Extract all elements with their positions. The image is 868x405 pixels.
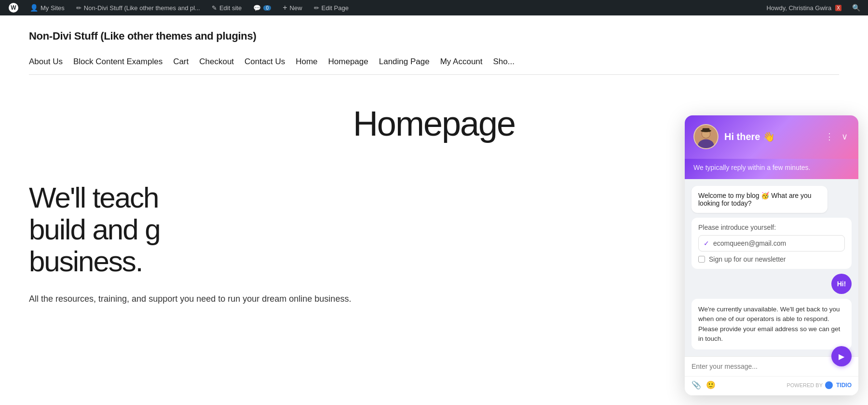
admin-bar: W 👤 My Sites ✏ Non-Divi Stuff (Like othe… bbox=[0, 0, 868, 15]
site-title-link[interactable]: ✏ Non-Divi Stuff (Like other themes and … bbox=[71, 0, 205, 15]
check-icon: ✓ bbox=[704, 239, 709, 247]
my-sites-menu[interactable]: 👤 My Sites bbox=[25, 0, 69, 15]
site-title[interactable]: Non-Divi Stuff (Like other themes and pl… bbox=[29, 30, 839, 42]
plus-icon: + bbox=[283, 3, 287, 12]
email-field[interactable]: ✓ ecomqueen@gmail.com bbox=[698, 235, 845, 251]
message-input[interactable] bbox=[692, 363, 852, 370]
intro-section: Please introduce yourself: ✓ ecomqueen@g… bbox=[692, 218, 852, 269]
newsletter-checkbox[interactable]: Sign up for our newsletter bbox=[698, 255, 845, 263]
admin-bar-right: Howdy, Christina Gwira X 🔍 bbox=[761, 0, 864, 15]
welcome-message: Welcome to my blog 🥳 What are you lookin… bbox=[692, 186, 827, 213]
comments-link[interactable]: 💬 0 bbox=[248, 0, 276, 15]
nav-about-us[interactable]: About Us bbox=[29, 57, 73, 67]
svg-point-6 bbox=[825, 381, 833, 389]
checkbox-icon bbox=[698, 256, 705, 263]
send-button[interactable]: ▶ bbox=[831, 346, 852, 366]
tidio-text: TIDIO bbox=[836, 382, 852, 389]
chat-footer: 📎 🙂 POWERED BY TIDIO bbox=[685, 376, 858, 395]
chat-collapse-button[interactable]: ∨ bbox=[840, 129, 850, 144]
hi-button[interactable]: Hi! bbox=[831, 274, 852, 294]
pencil-circle-icon: ✏ bbox=[76, 4, 81, 12]
main-navigation: About Us Block Content Examples Cart Che… bbox=[29, 57, 839, 75]
nav-shop[interactable]: Sho... bbox=[493, 57, 525, 67]
chat-body: Welcome to my blog 🥳 What are you lookin… bbox=[685, 179, 858, 356]
edit-page-link[interactable]: ✏ Edit Page bbox=[309, 0, 353, 15]
chat-greeting: Hi there 👋 bbox=[724, 131, 817, 142]
svg-rect-5 bbox=[703, 128, 710, 131]
nav-cart[interactable]: Cart bbox=[173, 57, 199, 67]
admin-search-icon[interactable]: 🔍 bbox=[848, 4, 864, 12]
chat-header-text: Hi there 👋 bbox=[724, 131, 817, 142]
nav-checkout[interactable]: Checkout bbox=[199, 57, 244, 67]
tidio-logo bbox=[825, 381, 834, 389]
divi-icon: ✎ bbox=[212, 4, 217, 12]
hero-subtext: All the resources, training, and support… bbox=[29, 292, 366, 306]
edit-icon: ✏ bbox=[314, 4, 319, 12]
send-icon: ▶ bbox=[839, 352, 844, 361]
x-badge: X bbox=[835, 5, 841, 11]
person-icon: 👤 bbox=[30, 4, 38, 12]
nav-home[interactable]: Home bbox=[296, 57, 328, 67]
attach-icon[interactable]: 📎 bbox=[692, 380, 701, 390]
chat-menu-button[interactable]: ⋮ bbox=[823, 129, 836, 144]
nav-contact-us[interactable]: Contact Us bbox=[244, 57, 296, 67]
nav-landing-page[interactable]: Landing Page bbox=[379, 57, 440, 67]
intro-label: Please introduce yourself: bbox=[698, 223, 845, 231]
unavailable-message: We're currently unavailable. We'll get b… bbox=[692, 299, 852, 349]
wordpress-icon: W bbox=[9, 3, 18, 13]
edit-site-link[interactable]: ✎ Edit site bbox=[207, 0, 246, 15]
chat-header-actions: ⋮ ∨ bbox=[823, 129, 850, 144]
hero-text: We'll teachbuild and gbusiness. bbox=[29, 182, 366, 278]
avatar bbox=[693, 124, 719, 149]
nav-block-content[interactable]: Block Content Examples bbox=[73, 57, 173, 67]
chat-availability-banner: We typically reply within a few minutes. bbox=[685, 159, 858, 179]
user-info[interactable]: Howdy, Christina Gwira X bbox=[761, 0, 846, 15]
chat-widget: Hi there 👋 ⋮ ∨ We typically reply within… bbox=[685, 115, 858, 395]
chat-header: Hi there 👋 ⋮ ∨ bbox=[685, 115, 858, 159]
emoji-icon[interactable]: 🙂 bbox=[706, 380, 716, 390]
nav-my-account[interactable]: My Account bbox=[440, 57, 493, 67]
powered-by: POWERED BY TIDIO bbox=[787, 381, 852, 389]
site-header: Non-Divi Stuff (Like other themes and pl… bbox=[0, 15, 868, 75]
comment-icon: 💬 bbox=[253, 4, 261, 12]
new-content-menu[interactable]: + New bbox=[278, 0, 307, 15]
wp-logo[interactable]: W bbox=[4, 0, 23, 15]
nav-homepage[interactable]: Homepage bbox=[328, 57, 379, 67]
